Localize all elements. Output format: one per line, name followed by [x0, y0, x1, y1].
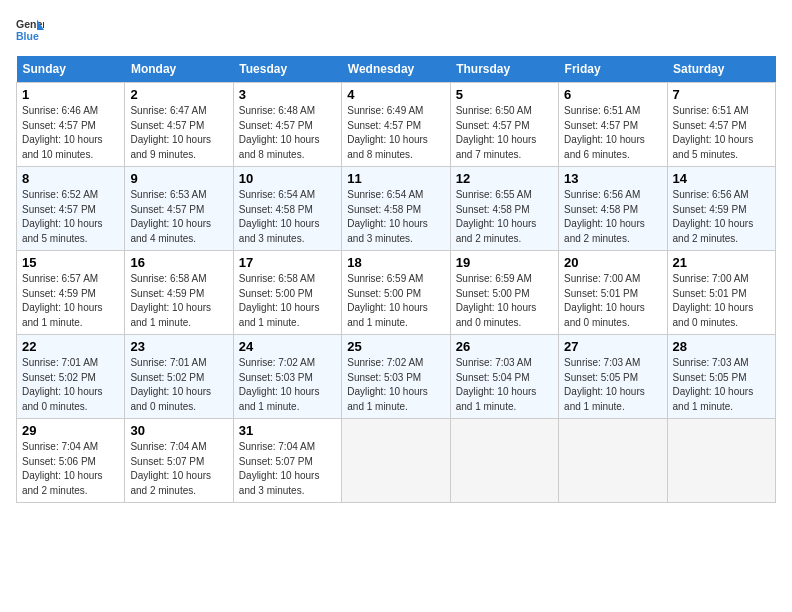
weekday-header-monday: Monday — [125, 56, 233, 83]
weekday-header-saturday: Saturday — [667, 56, 775, 83]
day-info: Sunrise: 7:04 AM Sunset: 5:06 PM Dayligh… — [22, 440, 119, 498]
day-number: 17 — [239, 255, 336, 270]
calendar-cell: 6 Sunrise: 6:51 AM Sunset: 4:57 PM Dayli… — [559, 83, 667, 167]
calendar-cell: 14 Sunrise: 6:56 AM Sunset: 4:59 PM Dayl… — [667, 167, 775, 251]
day-info: Sunrise: 6:57 AM Sunset: 4:59 PM Dayligh… — [22, 272, 119, 330]
calendar-cell: 26 Sunrise: 7:03 AM Sunset: 5:04 PM Dayl… — [450, 335, 558, 419]
day-info: Sunrise: 6:48 AM Sunset: 4:57 PM Dayligh… — [239, 104, 336, 162]
day-number: 31 — [239, 423, 336, 438]
day-number: 21 — [673, 255, 770, 270]
day-number: 28 — [673, 339, 770, 354]
day-number: 4 — [347, 87, 444, 102]
day-info: Sunrise: 7:03 AM Sunset: 5:05 PM Dayligh… — [673, 356, 770, 414]
day-number: 26 — [456, 339, 553, 354]
calendar-week-3: 15 Sunrise: 6:57 AM Sunset: 4:59 PM Dayl… — [17, 251, 776, 335]
calendar-cell: 18 Sunrise: 6:59 AM Sunset: 5:00 PM Dayl… — [342, 251, 450, 335]
weekday-header-tuesday: Tuesday — [233, 56, 341, 83]
day-info: Sunrise: 6:52 AM Sunset: 4:57 PM Dayligh… — [22, 188, 119, 246]
calendar-cell: 16 Sunrise: 6:58 AM Sunset: 4:59 PM Dayl… — [125, 251, 233, 335]
calendar-cell: 4 Sunrise: 6:49 AM Sunset: 4:57 PM Dayli… — [342, 83, 450, 167]
calendar-cell: 5 Sunrise: 6:50 AM Sunset: 4:57 PM Dayli… — [450, 83, 558, 167]
day-info: Sunrise: 7:02 AM Sunset: 5:03 PM Dayligh… — [239, 356, 336, 414]
calendar-cell: 22 Sunrise: 7:01 AM Sunset: 5:02 PM Dayl… — [17, 335, 125, 419]
day-info: Sunrise: 6:47 AM Sunset: 4:57 PM Dayligh… — [130, 104, 227, 162]
day-info: Sunrise: 6:49 AM Sunset: 4:57 PM Dayligh… — [347, 104, 444, 162]
calendar-cell — [667, 419, 775, 503]
day-info: Sunrise: 6:58 AM Sunset: 5:00 PM Dayligh… — [239, 272, 336, 330]
weekday-header-wednesday: Wednesday — [342, 56, 450, 83]
calendar-cell: 27 Sunrise: 7:03 AM Sunset: 5:05 PM Dayl… — [559, 335, 667, 419]
calendar-cell: 29 Sunrise: 7:04 AM Sunset: 5:06 PM Dayl… — [17, 419, 125, 503]
day-number: 6 — [564, 87, 661, 102]
day-number: 7 — [673, 87, 770, 102]
day-number: 1 — [22, 87, 119, 102]
calendar-cell: 24 Sunrise: 7:02 AM Sunset: 5:03 PM Dayl… — [233, 335, 341, 419]
weekday-header-friday: Friday — [559, 56, 667, 83]
weekday-header-sunday: Sunday — [17, 56, 125, 83]
day-number: 9 — [130, 171, 227, 186]
day-number: 23 — [130, 339, 227, 354]
calendar-cell: 28 Sunrise: 7:03 AM Sunset: 5:05 PM Dayl… — [667, 335, 775, 419]
calendar-week-5: 29 Sunrise: 7:04 AM Sunset: 5:06 PM Dayl… — [17, 419, 776, 503]
day-info: Sunrise: 7:04 AM Sunset: 5:07 PM Dayligh… — [130, 440, 227, 498]
day-info: Sunrise: 6:58 AM Sunset: 4:59 PM Dayligh… — [130, 272, 227, 330]
calendar-cell — [559, 419, 667, 503]
day-info: Sunrise: 7:03 AM Sunset: 5:04 PM Dayligh… — [456, 356, 553, 414]
logo-icon: General Blue — [16, 16, 44, 44]
logo: General Blue — [16, 16, 44, 44]
day-number: 12 — [456, 171, 553, 186]
calendar-cell: 30 Sunrise: 7:04 AM Sunset: 5:07 PM Dayl… — [125, 419, 233, 503]
day-number: 22 — [22, 339, 119, 354]
day-number: 10 — [239, 171, 336, 186]
calendar-week-1: 1 Sunrise: 6:46 AM Sunset: 4:57 PM Dayli… — [17, 83, 776, 167]
day-number: 30 — [130, 423, 227, 438]
weekday-header-row: SundayMondayTuesdayWednesdayThursdayFrid… — [17, 56, 776, 83]
day-number: 5 — [456, 87, 553, 102]
day-number: 2 — [130, 87, 227, 102]
calendar-cell: 12 Sunrise: 6:55 AM Sunset: 4:58 PM Dayl… — [450, 167, 558, 251]
calendar-cell: 31 Sunrise: 7:04 AM Sunset: 5:07 PM Dayl… — [233, 419, 341, 503]
day-number: 25 — [347, 339, 444, 354]
calendar-cell: 7 Sunrise: 6:51 AM Sunset: 4:57 PM Dayli… — [667, 83, 775, 167]
day-info: Sunrise: 7:04 AM Sunset: 5:07 PM Dayligh… — [239, 440, 336, 498]
day-info: Sunrise: 6:54 AM Sunset: 4:58 PM Dayligh… — [347, 188, 444, 246]
day-number: 20 — [564, 255, 661, 270]
day-info: Sunrise: 6:53 AM Sunset: 4:57 PM Dayligh… — [130, 188, 227, 246]
calendar-cell: 3 Sunrise: 6:48 AM Sunset: 4:57 PM Dayli… — [233, 83, 341, 167]
calendar-cell: 20 Sunrise: 7:00 AM Sunset: 5:01 PM Dayl… — [559, 251, 667, 335]
calendar-cell: 15 Sunrise: 6:57 AM Sunset: 4:59 PM Dayl… — [17, 251, 125, 335]
day-info: Sunrise: 7:02 AM Sunset: 5:03 PM Dayligh… — [347, 356, 444, 414]
calendar-cell: 8 Sunrise: 6:52 AM Sunset: 4:57 PM Dayli… — [17, 167, 125, 251]
day-info: Sunrise: 6:59 AM Sunset: 5:00 PM Dayligh… — [347, 272, 444, 330]
day-number: 8 — [22, 171, 119, 186]
svg-text:Blue: Blue — [16, 30, 39, 42]
calendar-cell: 19 Sunrise: 6:59 AM Sunset: 5:00 PM Dayl… — [450, 251, 558, 335]
calendar-cell: 2 Sunrise: 6:47 AM Sunset: 4:57 PM Dayli… — [125, 83, 233, 167]
day-info: Sunrise: 7:00 AM Sunset: 5:01 PM Dayligh… — [564, 272, 661, 330]
calendar-week-4: 22 Sunrise: 7:01 AM Sunset: 5:02 PM Dayl… — [17, 335, 776, 419]
calendar-cell — [342, 419, 450, 503]
calendar-cell: 1 Sunrise: 6:46 AM Sunset: 4:57 PM Dayli… — [17, 83, 125, 167]
day-info: Sunrise: 7:01 AM Sunset: 5:02 PM Dayligh… — [130, 356, 227, 414]
day-info: Sunrise: 6:51 AM Sunset: 4:57 PM Dayligh… — [564, 104, 661, 162]
day-number: 16 — [130, 255, 227, 270]
calendar-cell: 21 Sunrise: 7:00 AM Sunset: 5:01 PM Dayl… — [667, 251, 775, 335]
day-number: 27 — [564, 339, 661, 354]
day-info: Sunrise: 7:00 AM Sunset: 5:01 PM Dayligh… — [673, 272, 770, 330]
weekday-header-thursday: Thursday — [450, 56, 558, 83]
calendar-cell: 25 Sunrise: 7:02 AM Sunset: 5:03 PM Dayl… — [342, 335, 450, 419]
calendar-cell: 9 Sunrise: 6:53 AM Sunset: 4:57 PM Dayli… — [125, 167, 233, 251]
day-info: Sunrise: 6:56 AM Sunset: 4:58 PM Dayligh… — [564, 188, 661, 246]
day-number: 15 — [22, 255, 119, 270]
day-info: Sunrise: 6:59 AM Sunset: 5:00 PM Dayligh… — [456, 272, 553, 330]
day-info: Sunrise: 7:01 AM Sunset: 5:02 PM Dayligh… — [22, 356, 119, 414]
calendar-cell: 17 Sunrise: 6:58 AM Sunset: 5:00 PM Dayl… — [233, 251, 341, 335]
day-info: Sunrise: 6:50 AM Sunset: 4:57 PM Dayligh… — [456, 104, 553, 162]
day-number: 29 — [22, 423, 119, 438]
day-info: Sunrise: 6:55 AM Sunset: 4:58 PM Dayligh… — [456, 188, 553, 246]
day-info: Sunrise: 6:46 AM Sunset: 4:57 PM Dayligh… — [22, 104, 119, 162]
day-number: 13 — [564, 171, 661, 186]
calendar-week-2: 8 Sunrise: 6:52 AM Sunset: 4:57 PM Dayli… — [17, 167, 776, 251]
day-number: 3 — [239, 87, 336, 102]
calendar-table: SundayMondayTuesdayWednesdayThursdayFrid… — [16, 56, 776, 503]
